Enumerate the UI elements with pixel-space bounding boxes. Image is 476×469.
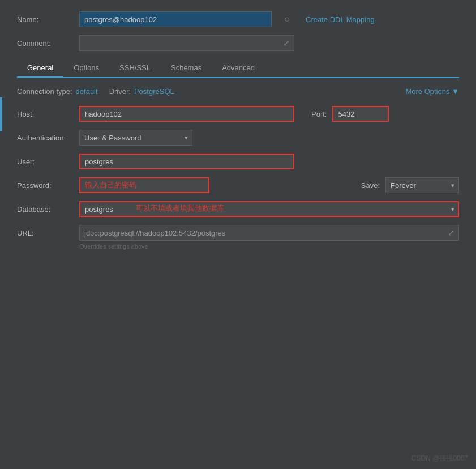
comment-expand-icon[interactable]: ⤢ <box>283 39 290 48</box>
connection-type-row: Connection type: default Driver: Postgre… <box>17 87 459 96</box>
user-input[interactable] <box>79 154 294 169</box>
url-hint: Overrides settings above <box>79 243 459 250</box>
name-input[interactable] <box>79 11 272 27</box>
password-label: Password: <box>17 181 79 190</box>
create-ddl-link[interactable]: Create DDL Mapping <box>306 15 375 24</box>
port-input[interactable] <box>332 106 389 122</box>
save-select[interactable]: Forever Never Until restart <box>385 177 459 193</box>
more-options-link[interactable]: More Options ▼ <box>405 87 459 96</box>
auth-select-wrap: User & Password None Kerberos LDAP ▾ <box>79 130 192 146</box>
host-input[interactable] <box>79 106 294 122</box>
host-label: Host: <box>17 110 79 118</box>
password-input[interactable] <box>79 177 209 193</box>
database-row: Database: 可以不填或者填其他数据库 ▾ <box>17 201 459 217</box>
tab-general[interactable]: General <box>17 59 63 78</box>
connection-dialog: Name: ○ Create DDL Mapping Comment: ⤢ Ge… <box>0 0 476 469</box>
name-input-wrap: ○ <box>79 11 294 27</box>
name-row: Name: ○ Create DDL Mapping <box>17 11 459 27</box>
database-annotation: 可以不填或者填其他数据库 <box>136 203 224 214</box>
name-label: Name: <box>17 15 79 24</box>
save-label: Save: <box>361 181 380 190</box>
user-row: User: <box>17 154 459 169</box>
url-expand-icon[interactable]: ⤢ <box>448 228 454 237</box>
driver-label: Driver: <box>109 87 131 96</box>
save-select-wrap: Forever Never Until restart ▾ <box>385 177 459 193</box>
comment-row: Comment: ⤢ <box>17 35 459 51</box>
name-clear-icon[interactable]: ○ <box>284 15 290 24</box>
user-label: User: <box>17 157 79 166</box>
tab-schemas[interactable]: Schemas <box>161 59 212 78</box>
database-input-wrap: 可以不填或者填其他数据库 ▾ <box>79 201 459 217</box>
auth-select[interactable]: User & Password None Kerberos LDAP <box>79 130 192 146</box>
comment-input[interactable] <box>79 35 294 51</box>
auth-label: Authentication: <box>17 134 79 142</box>
url-label: URL: <box>17 229 79 237</box>
driver-value[interactable]: PostgreSQL <box>134 87 174 96</box>
host-port-row: Host: Port: <box>17 106 459 122</box>
watermark: CSDN @强强0007 <box>411 454 468 463</box>
url-input-wrap: ⤢ <box>79 225 459 241</box>
tabs-bar: General Options SSH/SSL Schemas Advanced <box>17 59 459 78</box>
port-section: Port: <box>311 106 389 122</box>
tab-options[interactable]: Options <box>63 59 109 78</box>
left-accent-bar <box>0 97 2 131</box>
password-row: Password: Save: Forever Never Until rest… <box>17 177 459 193</box>
conn-type-value[interactable]: default <box>76 87 98 96</box>
comment-label: Comment: <box>17 39 79 48</box>
comment-input-wrap: ⤢ <box>79 35 294 51</box>
url-input[interactable] <box>79 225 459 241</box>
save-section: Save: Forever Never Until restart ▾ <box>361 177 459 193</box>
authentication-row: Authentication: User & Password None Ker… <box>17 130 459 146</box>
conn-type-label: Connection type: <box>17 87 72 96</box>
url-row: URL: ⤢ Overrides settings above <box>17 225 459 250</box>
database-dropdown-arrow[interactable]: ▾ <box>451 206 454 213</box>
tab-advanced[interactable]: Advanced <box>212 59 265 78</box>
database-label: Database: <box>17 205 79 214</box>
tab-sshssl[interactable]: SSH/SSL <box>109 59 161 78</box>
url-field-wrap: URL: ⤢ <box>17 225 459 241</box>
port-label: Port: <box>311 110 327 118</box>
